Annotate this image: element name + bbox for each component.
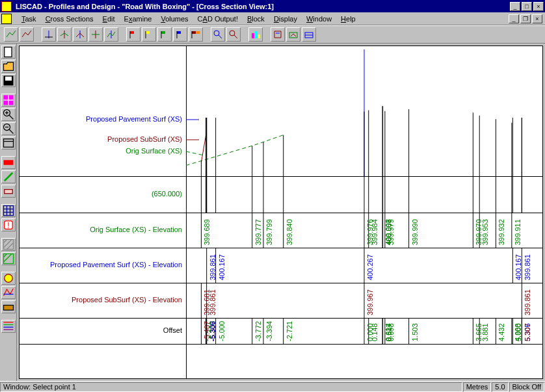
vtool-fit-icon[interactable] [1,94,16,107]
vtool-misc-4-icon[interactable] [1,320,16,333]
svg-line-58 [3,254,7,257]
svg-rect-15 [196,31,200,34]
offset-value: 5.000 [514,323,522,341]
vtool-misc-3-icon[interactable] [1,300,16,313]
tool-flag-3-icon[interactable] [157,27,172,42]
vtool-zoom-in-icon[interactable] [1,108,16,121]
svg-rect-30 [5,77,12,81]
cross-section-canvas[interactable]: Proposed Pavement Surf (XS)Proposed SubS… [19,46,543,379]
pavement-elev-value: 400.267 [366,254,374,280]
svg-line-20 [234,35,237,38]
svg-line-44 [4,173,12,181]
subsurf-elev-value: 399.967 [366,289,374,315]
menu-cross-sections[interactable]: Cross Sections [41,14,98,24]
maximize-button[interactable]: □ [522,2,532,11]
tool-flag-2-icon[interactable] [142,27,156,42]
pavement-elev-value: 400.167 [218,254,226,280]
orig-elev-value: 399.984 [371,219,379,245]
svg-line-35 [9,115,13,119]
menu-edit[interactable]: Edit [98,14,120,24]
orig-elev-value: 399.911 [514,219,522,245]
orig-elev-value: 399.990 [411,219,419,245]
tool-cad-1-icon[interactable] [271,27,285,42]
svg-line-18 [219,35,222,38]
vtool-zoom-out-icon[interactable] [1,122,16,135]
vtool-hatch-1-icon[interactable] [1,238,16,251]
svg-rect-23 [258,34,260,38]
menu-task[interactable]: Task [17,14,41,24]
svg-rect-21 [252,33,254,38]
menu-bar: Task Cross Sections Edit Examine Volumes… [0,12,545,25]
offset-value: -3.772 [254,321,262,341]
vtool-hatch-2-icon[interactable] [1,252,16,265]
svg-point-60 [4,274,12,283]
orig-elev-value: 399.979 [387,219,395,245]
close-button[interactable]: × [533,2,544,11]
tool-section-d-icon[interactable] [88,27,103,42]
menu-display[interactable]: Display [269,14,302,24]
tool-section-a-icon[interactable] [42,27,56,42]
menu-help[interactable]: Help [336,14,360,24]
orig-elev-value: 399.689 [203,219,211,245]
vtool-alert-icon[interactable]: ! [1,218,16,231]
svg-rect-61 [3,306,13,311]
mdi-doc-icon[interactable] [1,14,12,24]
tool-cad-3-icon[interactable] [302,27,316,42]
tool-section-e-icon[interactable] [104,27,118,42]
orig-elev-value: 399.840 [286,219,293,245]
vtool-eraser-icon[interactable] [1,185,16,198]
vtool-pencil-icon[interactable] [1,170,16,183]
tool-profile-2-icon[interactable] [20,27,34,42]
tool-examine-1-icon[interactable] [211,27,225,42]
mdi-minimize-button[interactable]: _ [509,14,519,23]
vtool-red-icon[interactable] [1,156,16,169]
pavement-elev-value: 399.861 [209,254,217,280]
offset-value: -3.394 [265,321,273,341]
svg-rect-46 [3,206,13,216]
minimize-button[interactable]: _ [510,2,520,11]
orig-elev-value: 399.953 [481,219,489,245]
vtool-misc-1-icon[interactable] [1,272,16,285]
tool-flag-1-icon[interactable] [126,27,140,42]
tool-section-c-icon[interactable] [73,27,87,42]
svg-line-59 [3,254,12,263]
status-scale: 5.0 [492,382,508,392]
svg-rect-6 [130,31,134,34]
svg-rect-28 [4,47,11,57]
subsurf-elev-value: 399.861 [524,289,531,315]
svg-point-17 [214,31,219,36]
window-title: LISCAD - Profiles and Design - "Road Wit… [14,3,510,10]
vtool-window-icon[interactable] [1,137,16,150]
tool-section-b-icon[interactable] [57,27,72,42]
mdi-restore-button[interactable]: ❐ [520,14,531,23]
menu-window[interactable]: Window [302,14,336,24]
menu-cad-output[interactable]: CAD Output! [193,14,243,24]
menu-volumes[interactable]: Volumes [156,14,193,24]
mdi-close-button[interactable]: × [532,14,542,23]
status-bar: Window: Select point 1 Metres 5.0 Block … [0,381,545,392]
tool-volumes-icon[interactable] [248,27,263,42]
tool-profile-1-icon[interactable] [4,27,18,42]
svg-rect-45 [4,190,12,194]
vtool-misc-2-icon[interactable] [1,286,16,299]
vtool-grid-icon[interactable] [1,204,16,217]
vtool-open-icon[interactable] [1,60,16,73]
vtool-new-icon[interactable] [1,46,16,59]
offset-value: -5.306 [209,321,217,341]
vtool-save-icon[interactable] [1,74,16,87]
svg-line-54 [3,240,7,243]
offset-value: 0.698 [387,323,395,341]
tool-flag-4-icon[interactable] [173,27,187,42]
svg-line-39 [9,129,13,133]
offset-value: 5.307 [524,323,531,341]
menu-examine[interactable]: Examine [120,14,157,24]
offset-value: -5.000 [218,321,226,341]
tool-examine-2-icon[interactable] [226,27,241,42]
pavement-elev-value: 400.167 [514,254,522,280]
tool-flag-5-icon[interactable] [189,27,203,42]
svg-rect-43 [3,160,13,165]
menu-block[interactable]: Block [243,14,269,24]
offset-value: 4.432 [498,323,505,341]
tool-cad-2-icon[interactable] [286,27,300,42]
svg-line-55 [3,240,12,248]
